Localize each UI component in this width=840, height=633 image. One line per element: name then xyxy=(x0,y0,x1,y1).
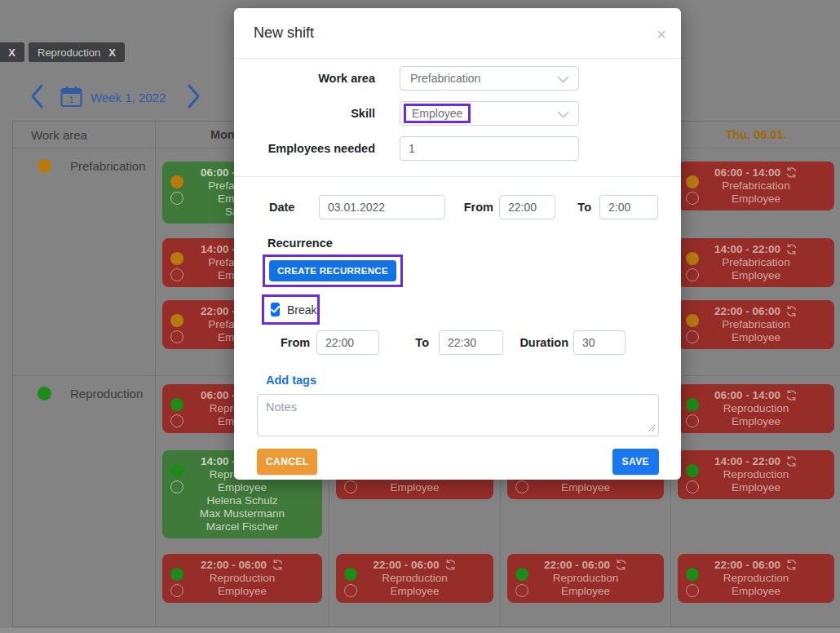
new-shift-dialog: New shift × Work area Prefabrication Ski… xyxy=(234,8,681,480)
shift-work-area: Reproduction xyxy=(183,572,319,585)
date-input[interactable] xyxy=(319,195,445,219)
close-icon[interactable]: × xyxy=(657,26,666,42)
employees-needed-input[interactable] xyxy=(400,136,579,161)
shift-card[interactable]: 06:00 - 14:00ReproductionEmployee xyxy=(678,384,834,433)
recurrence-icon xyxy=(785,559,798,571)
chevron-down-icon xyxy=(557,111,569,118)
shift-status-indicators xyxy=(686,464,699,494)
shift-skill: Employee xyxy=(699,331,831,344)
work-area-dot xyxy=(170,568,183,581)
filter-tag-reproduction: Reproduction X xyxy=(29,42,125,62)
shift-card[interactable]: 06:00 - 14:00PrefabricationEmployee xyxy=(678,162,834,210)
shift-card[interactable]: 22:00 - 06:00ReproductionEmployee xyxy=(678,554,834,603)
assignee-ring-icon xyxy=(686,192,699,205)
section-divider xyxy=(234,176,681,177)
dialog-title: New shift xyxy=(254,24,314,41)
next-week-icon[interactable] xyxy=(185,83,201,109)
shift-to-input[interactable] xyxy=(599,195,658,219)
assignee-ring-icon xyxy=(686,480,699,494)
assignee-ring-icon xyxy=(686,414,699,427)
previous-week-icon[interactable] xyxy=(29,83,46,109)
work-area-dot xyxy=(515,568,528,581)
work-area-dot xyxy=(170,464,183,477)
work-area-dot xyxy=(170,314,183,327)
shift-status-indicators xyxy=(170,398,183,427)
shift-skill: Employee xyxy=(357,585,490,598)
break-duration-input[interactable] xyxy=(573,330,626,355)
assignee-ring-icon xyxy=(170,480,183,494)
recurrence-label: Recurrence xyxy=(267,237,681,250)
shift-card[interactable]: 14:00 - 22:00PrefabricationEmployee xyxy=(678,238,834,287)
shift-time: 22:00 - 06:00 xyxy=(357,559,490,572)
recurrence-icon xyxy=(785,166,798,179)
shift-skill: Employee xyxy=(699,415,831,428)
shift-from-input[interactable] xyxy=(499,195,555,219)
skill-value-highlighted: Employee xyxy=(404,104,471,123)
shift-work-area: Reproduction xyxy=(699,402,831,415)
cancel-button[interactable]: CANCEL xyxy=(257,449,317,475)
shift-skill: Employee xyxy=(528,481,661,494)
work-area-row-prefabrication: Prefabrication xyxy=(13,148,156,375)
skill-select[interactable]: Employee xyxy=(400,101,579,126)
shift-card[interactable]: 22:00 - 06:00PrefabricationEmployee xyxy=(678,300,834,349)
calendar-icon[interactable]: 1 xyxy=(60,86,82,108)
schedule-cell-prefab-thu: 06:00 - 14:00PrefabricationEmployee14:00… xyxy=(671,148,840,375)
shift-time: 22:00 - 06:00 xyxy=(699,305,831,318)
skill-label: Skill xyxy=(254,107,375,120)
remove-tag-icon[interactable]: X xyxy=(108,46,116,59)
shift-skill: Employee xyxy=(699,269,831,282)
save-button[interactable]: SAVE xyxy=(612,449,659,475)
date-label: Date xyxy=(269,201,319,214)
create-recurrence-button[interactable]: CREATE RECURRENCE xyxy=(269,260,396,281)
shift-work-area: Prefabrication xyxy=(699,318,831,331)
work-area-select[interactable]: Prefabrication xyxy=(400,66,579,91)
shift-time: 22:00 - 06:00 xyxy=(183,559,319,572)
work-area-value: Prefabrication xyxy=(410,72,480,85)
work-area-column-header: Work area xyxy=(13,122,156,148)
break-to-input[interactable] xyxy=(439,330,503,355)
work-area-dot xyxy=(686,464,699,477)
shift-time: 14:00 - 22:00 xyxy=(699,455,831,468)
shift-assignee: Max Mustermann xyxy=(183,507,319,520)
shift-skill: Employee xyxy=(183,481,319,494)
shift-work-area: Reproduction xyxy=(699,468,831,481)
remove-tag-icon[interactable]: X xyxy=(8,46,15,59)
svg-text:1: 1 xyxy=(69,95,73,104)
shift-status-indicators xyxy=(170,252,183,281)
shift-card[interactable]: 22:00 - 06:00ReproductionEmployee xyxy=(507,554,664,603)
shift-status-indicators xyxy=(686,568,699,597)
shift-card[interactable]: 14:00 - 22:00ReproductionEmployee xyxy=(678,450,834,499)
shift-card[interactable]: 22:00 - 06:00ReproductionEmployee xyxy=(162,554,322,603)
page-bottom-strip xyxy=(0,628,840,633)
shift-card[interactable]: 22:00 - 06:00ReproductionEmployee xyxy=(336,554,493,603)
recurrence-icon xyxy=(785,243,798,255)
shift-work-area: Reproduction xyxy=(699,572,831,585)
work-area-dot xyxy=(686,314,699,327)
work-area-dot xyxy=(170,252,183,265)
checkmark-icon xyxy=(271,306,280,313)
notes-textarea[interactable] xyxy=(257,394,659,436)
work-area-row-reproduction: Reproduction xyxy=(13,375,156,626)
to-label: To xyxy=(555,201,591,214)
break-label: Break xyxy=(287,303,317,316)
recurrence-highlight-box: CREATE RECURRENCE xyxy=(263,255,403,287)
recurrence-icon xyxy=(785,389,798,401)
recurrence-icon xyxy=(615,559,627,571)
shift-skill: Employee xyxy=(699,481,831,494)
resize-handle-icon[interactable] xyxy=(648,424,656,432)
assignee-ring-icon xyxy=(344,584,357,597)
break-checkbox[interactable] xyxy=(271,303,280,316)
assignee-ring-icon xyxy=(170,268,183,281)
shift-skill: Employee xyxy=(183,585,319,598)
add-tags-link[interactable]: Add tags xyxy=(266,374,316,387)
break-from-label: From xyxy=(281,336,316,349)
shift-work-area: Prefabrication xyxy=(699,179,831,193)
work-area-dot xyxy=(686,252,699,265)
assignee-ring-icon xyxy=(170,584,183,597)
shift-work-area: Prefabrication xyxy=(699,256,831,269)
work-area-dot xyxy=(686,568,699,581)
shift-skill: Employee xyxy=(699,585,831,598)
break-from-input[interactable] xyxy=(316,330,379,355)
work-area-name: Reproduction xyxy=(70,387,143,401)
work-area-dot xyxy=(170,175,183,188)
